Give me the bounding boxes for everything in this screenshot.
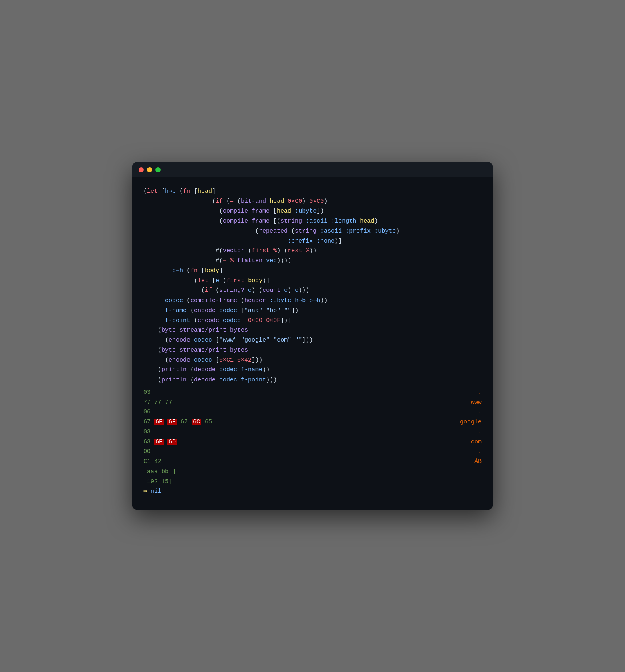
code-line: (if (= (bit-and head 0×C0) 0×C0) <box>143 197 482 207</box>
code-line: #(vector (first %) (rest %)) <box>143 246 482 256</box>
output-right: . <box>478 407 482 417</box>
code-line: (byte-streams/print-bytes <box>143 326 482 336</box>
code-line: (println (decode codec f-point))) <box>143 375 482 385</box>
output-right: . <box>478 388 482 398</box>
output-left: 63 6F 6D <box>143 437 177 447</box>
code-line: b→h (fn [body] <box>143 266 482 276</box>
output-left: 77 77 77 <box>143 398 172 408</box>
output-right: . <box>478 447 482 457</box>
code-line: #(→ % flatten vec)))) <box>143 256 482 266</box>
output-right: google <box>460 417 482 427</box>
code-line: (encode codec [0×C1 0×42])) <box>143 356 482 366</box>
output-line: 63 6F 6D com <box>143 437 482 447</box>
output-line: 06 . <box>143 407 482 417</box>
output-line: C1 42 ÁB <box>143 457 482 467</box>
output-line: 00 . <box>143 447 482 457</box>
code-line: (repeated (string :ascii :prefix :ubyte) <box>143 227 482 237</box>
code-line: f-name (encode codec ["aaa" "bb" ""]) <box>143 306 482 316</box>
code-line: (byte-streams/print-bytes <box>143 346 482 356</box>
code-line: (let [e (first body)] <box>143 276 482 286</box>
output-line: 03 . <box>143 388 482 398</box>
code-line: (compile-frame [head :ubyte]) <box>143 206 482 217</box>
output-left: 03 <box>143 388 151 398</box>
minimize-button[interactable] <box>147 167 152 172</box>
output-right: com <box>471 437 482 447</box>
output-left: 67 6F 6F 67 6C 65 <box>143 417 212 427</box>
output-line: [aaa bb ] <box>143 467 482 477</box>
output-line: [192 15] <box>143 477 482 487</box>
code-line: (let [h→b (fn [head] <box>143 187 482 197</box>
output-right: . <box>478 427 482 437</box>
code-line: (if (string? e) (count e) e))) <box>143 286 482 296</box>
editor-window: (let [h→b (fn [head] (if (= (bit-and hea… <box>132 162 493 510</box>
output-right: ÁB <box>474 457 482 467</box>
code-line: :prefix :none)] <box>143 237 482 247</box>
output-left: 03 <box>143 427 151 437</box>
output-left: C1 42 <box>143 457 161 467</box>
code-line: (encode codec ["www" "google" "com" ""])… <box>143 336 482 346</box>
output-left: 06 <box>143 407 151 417</box>
output-line: 03 . <box>143 427 482 437</box>
code-line: codec (compile-frame (header :ubyte h→b … <box>143 296 482 306</box>
close-button[interactable] <box>139 167 144 172</box>
code-editor: (let [h→b (fn [head] (if (= (bit-and hea… <box>132 177 493 510</box>
titlebar <box>132 162 493 177</box>
output-line: 67 6F 6F 67 6C 65 google <box>143 417 482 427</box>
code-line: (println (decode codec f-name)) <box>143 365 482 375</box>
output-left: 00 <box>143 447 151 457</box>
output-line: 77 77 77 www <box>143 398 482 408</box>
maximize-button[interactable] <box>155 167 161 172</box>
output-right: www <box>471 398 482 408</box>
code-line: f-point (encode codec [0×C0 0×0F])] <box>143 316 482 326</box>
code-line: (compile-frame [(string :ascii :length h… <box>143 217 482 227</box>
output-line: ⇒ nil <box>143 487 482 497</box>
